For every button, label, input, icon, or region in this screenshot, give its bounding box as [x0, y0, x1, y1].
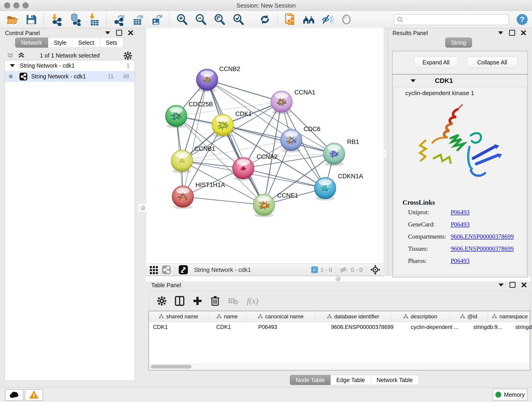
expand-all-button[interactable]: Expand All	[414, 57, 458, 68]
column-header-canonical-name[interactable]: canonical name	[246, 311, 315, 322]
warnings-button[interactable]	[25, 389, 43, 401]
selected-checkbox-icon[interactable]: ✓	[311, 266, 318, 273]
table-cell[interactable]: stringdb	[511, 322, 532, 332]
network-node-CDKN1A[interactable]: CDKN1A	[314, 173, 363, 201]
save-session-icon[interactable]	[25, 13, 38, 26]
node-label-CDC25B: CDC25B	[189, 101, 213, 108]
close-panel-icon[interactable]	[521, 282, 526, 287]
table-cell[interactable]: CDK1	[149, 322, 212, 332]
import-network-file-icon[interactable]	[50, 13, 63, 26]
results-buttons-box: Expand All Collapse All	[392, 51, 528, 74]
network-edge-CCNB2-CCNA1[interactable]	[207, 80, 282, 102]
table-cell[interactable]: cyclin-dependent ...	[407, 322, 469, 332]
delete-column-trash-icon[interactable]	[210, 296, 220, 306]
network-node-CCNB2[interactable]: CCNB2	[196, 65, 240, 92]
open-in-new-window-icon[interactable]	[178, 265, 188, 274]
collection-expand-icon[interactable]	[10, 64, 15, 67]
tab-style[interactable]: Style	[48, 38, 73, 48]
open-session-icon[interactable]	[6, 13, 19, 26]
crosslink-value-link[interactable]: P06493	[451, 221, 470, 228]
home-networks-icon[interactable]	[302, 13, 315, 26]
crosslink-value-link[interactable]: P06493	[451, 209, 470, 216]
fit-selected-crosshair-icon[interactable]	[370, 265, 380, 275]
network-node-HIST1H1A[interactable]: HIST1H1A	[172, 182, 225, 209]
maximize-panel-icon[interactable]	[116, 30, 122, 36]
float-panel-icon[interactable]	[105, 32, 110, 34]
results-panel: Results Panel String Expand All Collapse…	[390, 29, 530, 279]
tab-network[interactable]: Network	[15, 38, 48, 48]
float-panel-icon[interactable]	[499, 283, 504, 287]
zoom-out-icon[interactable]	[194, 13, 207, 26]
column-header-name[interactable]: name	[208, 311, 246, 322]
tab-network-table[interactable]: Network Table	[371, 375, 419, 385]
search-input[interactable]	[405, 16, 509, 23]
table-options-gear-icon[interactable]	[157, 296, 167, 306]
network-share-icon[interactable]	[162, 265, 171, 274]
export-image-icon[interactable]	[150, 13, 163, 26]
search-icon	[397, 16, 404, 23]
tab-node-table[interactable]: Node Table	[290, 375, 331, 385]
network-collection-row[interactable]: String Network - cdk1 1	[5, 60, 135, 71]
birds-eye-grid-icon[interactable]	[149, 265, 158, 274]
search-box[interactable]	[394, 14, 509, 25]
options-gear-icon[interactable]	[123, 51, 132, 60]
clone-network-icon[interactable]	[284, 13, 297, 26]
memory-button[interactable]: Memory	[493, 389, 527, 401]
entry-header[interactable]: CDK1	[393, 75, 527, 87]
help-icon[interactable]: ?	[516, 14, 528, 25]
tab-select[interactable]: Select	[72, 38, 100, 48]
network-edge-CCNB2-HIST1H1A[interactable]	[183, 80, 207, 197]
hidden-eye-icon[interactable]	[340, 266, 348, 273]
column-header-database-identifier[interactable]: database identifier	[315, 311, 391, 322]
maximize-panel-icon[interactable]	[509, 30, 515, 36]
tab-sets[interactable]: Sets	[100, 38, 123, 48]
entry-collapse-icon[interactable]	[411, 79, 416, 82]
table-cell[interactable]: 9606.ENSP00000378699	[327, 322, 407, 332]
close-panel-icon[interactable]	[521, 30, 526, 35]
network-node-CCNA1[interactable]: CCNA1	[271, 89, 316, 114]
create-column-plus-icon[interactable]	[193, 296, 202, 306]
tab-string[interactable]: String	[445, 38, 472, 48]
crosslink-value-link[interactable]: P06493	[451, 257, 470, 264]
import-network-database-icon[interactable]	[69, 13, 82, 26]
scrollbar-thumb[interactable]	[151, 365, 191, 369]
crosslink-value-link[interactable]: 9606.ENSP00000378699	[451, 233, 514, 240]
network-node-CDK1[interactable]: CDK1	[212, 110, 252, 138]
column-header-description[interactable]: description	[391, 311, 450, 322]
network-node-CDC25B[interactable]: CDC25B	[165, 101, 213, 128]
refresh-view-icon[interactable]	[259, 13, 271, 26]
column-header-namespace[interactable]: namespace	[488, 311, 532, 322]
network-edge-HIST1H1A-CCNE1[interactable]	[183, 197, 264, 205]
export-network-icon[interactable]	[113, 13, 126, 26]
tab-edge-table[interactable]: Edge Table	[331, 375, 371, 385]
network-node-CCNB1[interactable]: CCNB1	[171, 145, 215, 173]
splitter-dot[interactable]	[336, 276, 341, 281]
table-horizontal-scrollbar[interactable]	[149, 364, 529, 370]
table-cell[interactable]: stringdb:9...	[469, 322, 511, 332]
show-columns-icon[interactable]	[175, 296, 184, 306]
collapse-all-button[interactable]: Collapse All	[467, 57, 518, 68]
delete-table-icon[interactable]	[228, 297, 239, 305]
zoom-in-icon[interactable]	[176, 13, 188, 26]
table-cell[interactable]: CDK1	[212, 322, 254, 332]
close-panel-icon[interactable]	[128, 30, 133, 35]
show-eye-icon[interactable]	[340, 13, 353, 26]
table-cell[interactable]: P06493	[254, 322, 327, 332]
hide-labels-icon[interactable]	[321, 13, 334, 26]
network-row[interactable]: String Network - cdk1 11 48	[5, 71, 135, 82]
column-header-@id[interactable]: @id	[450, 311, 488, 322]
import-table-icon[interactable]	[88, 13, 100, 26]
cloud-status-button[interactable]	[5, 389, 23, 401]
maximize-panel-icon[interactable]	[510, 282, 515, 288]
vertical-divider[interactable]	[387, 28, 389, 279]
column-header-shared-name[interactable]: shared name	[149, 311, 208, 322]
zoom-fit-icon[interactable]	[213, 13, 226, 26]
cloud-icon	[9, 391, 19, 398]
float-panel-icon[interactable]	[498, 32, 503, 34]
network-canvas[interactable]: CCNB2CCNA1CDC25BCDK1CDC6RB1CCNB1CCNA2CDK…	[146, 28, 384, 264]
function-builder-icon[interactable]: f(x)	[247, 296, 258, 306]
zoom-selected-icon[interactable]	[232, 13, 245, 26]
network-node-RB1[interactable]: RB1	[323, 138, 359, 166]
export-table-icon[interactable]	[132, 13, 144, 26]
crosslink-value-link[interactable]: 9606.ENSP00000378699	[451, 245, 514, 252]
